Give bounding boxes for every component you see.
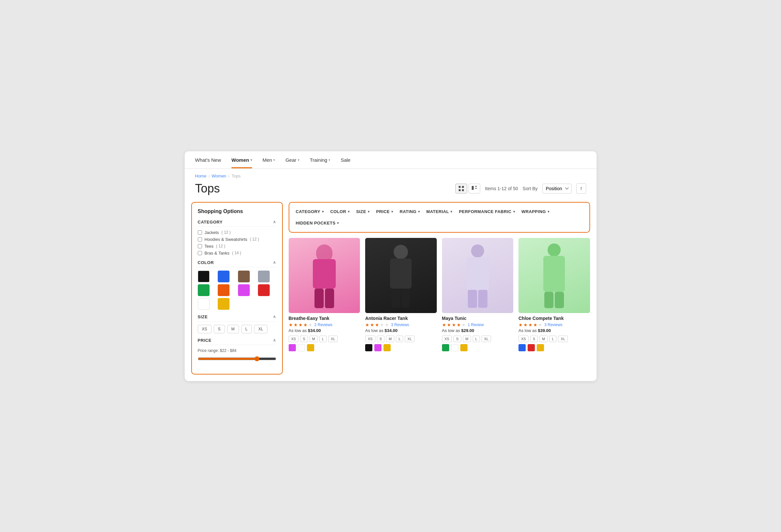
- category-tees[interactable]: Tees ( 12 ): [198, 244, 276, 249]
- hoodies-checkbox[interactable]: [198, 237, 202, 241]
- sort-direction-button[interactable]: ↑: [576, 183, 586, 194]
- color-section: COLOR ∧: [198, 260, 276, 310]
- product-image-3: [442, 238, 513, 313]
- size-xl[interactable]: XL: [558, 336, 568, 342]
- size-s[interactable]: S: [453, 336, 461, 342]
- product-maya-tunic[interactable]: Maya Tunic ★ ★ ★ ★ ★ 1 Review As low as …: [442, 238, 513, 351]
- swatch-orange[interactable]: [218, 284, 230, 296]
- star-icon: ★: [442, 322, 446, 327]
- list-icon: [472, 186, 477, 191]
- color-yellow[interactable]: [383, 344, 390, 351]
- chevron-down-icon: ▾: [348, 210, 350, 213]
- nav-training[interactable]: Training ▾: [310, 157, 330, 168]
- size-l[interactable]: L: [396, 336, 403, 342]
- star-icon: ★: [308, 322, 313, 327]
- bras-checkbox[interactable]: [198, 251, 202, 255]
- color-yellow[interactable]: [307, 344, 314, 351]
- swatch-purple[interactable]: [238, 284, 250, 296]
- filter-performance-fabric[interactable]: PERFORMANCE FABRIC ▾: [458, 207, 516, 216]
- filter-price[interactable]: PRICE ▾: [375, 207, 394, 216]
- nav-women[interactable]: Women ▾: [232, 157, 252, 168]
- breadcrumb-home[interactable]: Home: [195, 174, 207, 178]
- swatch-black[interactable]: [198, 271, 210, 282]
- svg-rect-14: [392, 289, 400, 308]
- size-xl[interactable]: XL: [405, 336, 414, 342]
- size-s[interactable]: S: [377, 336, 384, 342]
- price-3: As low as $29.00: [442, 328, 513, 333]
- price-1: As low as $34.00: [289, 328, 360, 333]
- swatch-green[interactable]: [198, 284, 210, 296]
- color-yellow[interactable]: [537, 344, 544, 351]
- color-black[interactable]: [365, 344, 372, 351]
- breadcrumb-women[interactable]: Women: [212, 174, 227, 178]
- size-xl[interactable]: XL: [482, 336, 491, 342]
- swatch-white[interactable]: [198, 298, 210, 310]
- color-purple[interactable]: [374, 344, 381, 351]
- category-hoodies[interactable]: Hoodies & Sweatshirts ( 12 ): [198, 237, 276, 242]
- filter-category[interactable]: CATEGORY ▾: [295, 207, 325, 216]
- size-xl[interactable]: XL: [254, 325, 268, 333]
- color-white[interactable]: [298, 344, 305, 351]
- color-red[interactable]: [528, 344, 535, 351]
- tees-checkbox[interactable]: [198, 244, 202, 248]
- size-s[interactable]: S: [300, 336, 307, 342]
- size-m[interactable]: M: [539, 336, 547, 342]
- nav-sale[interactable]: Sale: [341, 157, 351, 168]
- category-jackets[interactable]: Jackets ( 12 ): [198, 230, 276, 235]
- filter-rating[interactable]: RATING ▾: [399, 207, 420, 216]
- product-antonia-racer-tank[interactable]: Antonia Racer Tank ★ ★ ★ ★ ★ 3 Reviews A…: [365, 238, 437, 351]
- nav-whats-new[interactable]: What's New: [195, 157, 221, 168]
- swatch-blue[interactable]: [218, 271, 230, 282]
- filter-size[interactable]: SIZE ▾: [356, 207, 370, 216]
- chevron-down-icon: ▾: [322, 210, 324, 213]
- color-purple[interactable]: [289, 344, 296, 351]
- nav-gear[interactable]: Gear ▾: [285, 157, 299, 168]
- category-bras[interactable]: Bras & Tanks ( 14 ): [198, 251, 276, 256]
- price-slider[interactable]: [198, 356, 276, 361]
- product-stars-1: ★ ★ ★ ★ ★ 2 Reviews: [289, 322, 360, 327]
- price-range-text: Price range: $22 - $84: [198, 348, 276, 353]
- jackets-checkbox[interactable]: [198, 230, 202, 235]
- size-l[interactable]: L: [473, 336, 480, 342]
- color-white[interactable]: [451, 344, 458, 351]
- filter-material[interactable]: MATERIAL ▾: [426, 207, 453, 216]
- size-m[interactable]: M: [463, 336, 471, 342]
- size-xs[interactable]: XS: [289, 336, 299, 342]
- size-m[interactable]: M: [227, 325, 239, 333]
- sort-select[interactable]: Position Name Price: [542, 184, 572, 193]
- size-m[interactable]: M: [386, 336, 394, 342]
- size-xs[interactable]: XS: [365, 336, 375, 342]
- color-blue[interactable]: [519, 344, 526, 351]
- product-chloe-compete-tank[interactable]: Chloe Compete Tank ★ ★ ★ ★ ★ 3 Reviews A…: [519, 238, 590, 351]
- filter-wrapping[interactable]: WRAPPING ▾: [521, 207, 550, 216]
- size-l[interactable]: L: [241, 325, 252, 333]
- size-xl[interactable]: XL: [328, 336, 338, 342]
- size-xs[interactable]: XS: [442, 336, 452, 342]
- filter-color[interactable]: COLOR ▾: [330, 207, 350, 216]
- product-breathe-easy-tank[interactable]: Breathe-Easy Tank ★ ★ ★ ★ ★ 2 Reviews As…: [289, 238, 360, 351]
- size-xs[interactable]: XS: [519, 336, 529, 342]
- category-header[interactable]: CATEGORY ∧: [198, 220, 276, 227]
- nav-men[interactable]: Men ▾: [262, 157, 275, 168]
- size-m[interactable]: M: [310, 336, 318, 342]
- color-green[interactable]: [442, 344, 449, 351]
- price-4: As low as $39.00: [519, 328, 590, 333]
- color-header[interactable]: COLOR ∧: [198, 260, 276, 267]
- size-l[interactable]: L: [549, 336, 557, 342]
- chevron-down-icon: ▾: [418, 210, 420, 213]
- size-xs[interactable]: XS: [198, 325, 211, 333]
- swatch-yellow[interactable]: [218, 298, 230, 310]
- price-header[interactable]: PRICE ∧: [198, 338, 276, 345]
- svg-rect-17: [466, 257, 489, 290]
- size-s[interactable]: S: [214, 325, 225, 333]
- swatch-gray[interactable]: [258, 271, 270, 282]
- size-l[interactable]: L: [319, 336, 327, 342]
- color-yellow[interactable]: [460, 344, 467, 351]
- size-header[interactable]: SIZE ∧: [198, 314, 276, 321]
- list-view-button[interactable]: [468, 184, 480, 193]
- filter-hidden-pockets[interactable]: HIDDEN POCKETS ▾: [295, 219, 340, 227]
- swatch-red[interactable]: [258, 284, 270, 296]
- grid-view-button[interactable]: [455, 184, 467, 193]
- swatch-brown[interactable]: [238, 271, 250, 282]
- size-s[interactable]: S: [530, 336, 538, 342]
